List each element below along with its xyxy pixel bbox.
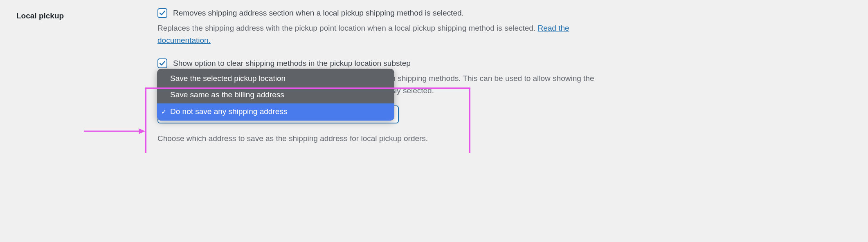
shipping-address-save-setting: Save the selected pickup location Save s… (157, 109, 852, 126)
dropdown-option-no-shipping-address[interactable]: ✓ Do not save any shipping address (157, 103, 394, 121)
dropdown-popup: Save the selected pickup location Save s… (157, 69, 394, 121)
checkmark-icon: ✓ (161, 107, 166, 117)
checkbox-remove-shipping[interactable] (157, 8, 167, 18)
settings-content: Removes shipping address section when a … (157, 8, 852, 145)
section-title: Local pickup (16, 8, 157, 20)
option-show-clear-shipping: Show option to clear shipping methods in… (157, 58, 852, 68)
description-remove-shipping: Replaces the shipping address with the p… (157, 22, 607, 47)
description-dropdown: Choose which address to save as the ship… (157, 132, 607, 145)
svg-marker-1 (139, 128, 145, 134)
dropdown-option-save-billing-address[interactable]: Save same as the billing address (157, 87, 394, 103)
annotation-arrow (84, 127, 145, 135)
checkmark-icon (159, 60, 166, 67)
checkbox-label-remove-shipping: Removes shipping address section when a … (173, 9, 464, 18)
option-remove-shipping-address: Removes shipping address section when a … (157, 8, 852, 18)
checkbox-show-clear[interactable] (157, 58, 167, 68)
checkbox-label-show-clear: Show option to clear shipping methods in… (173, 59, 411, 68)
settings-row-local-pickup: Local pickup Removes shipping address se… (16, 8, 852, 145)
dropdown-option-save-pickup-location[interactable]: Save the selected pickup location (157, 69, 394, 87)
checkmark-icon (159, 10, 166, 16)
